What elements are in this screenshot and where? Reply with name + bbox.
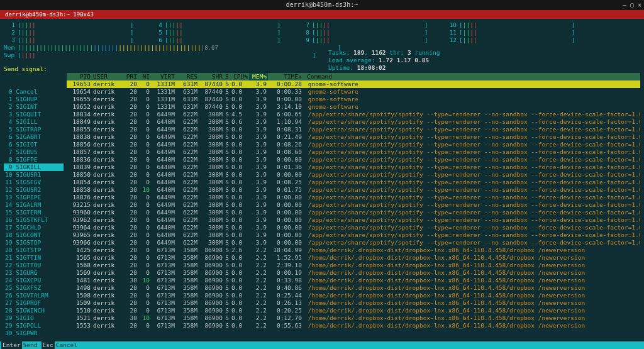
process-row[interactable]: 18836derrik2006440M622M308MS0.03.90:00.0… — [67, 156, 640, 163]
memory-meter: Mem [|||||||||||||||||||||||||||||||||||… — [4, 44, 640, 52]
cpu-meters: 1[||||]2[||||]3[||||]4[||||]5[||||]6[|||… — [4, 21, 640, 44]
window-titlebar: derrik@b450m-ds3h:~ — ▢ ✕ — [0, 0, 644, 10]
signal-sigcont[interactable]: 18 SIGCONT — [4, 231, 64, 239]
maximize-icon[interactable]: ▢ — [630, 0, 634, 10]
signal-sigfpe[interactable]: 8 SIGFPE — [4, 156, 64, 163]
swap-meter: Swp [||||] — [4, 52, 640, 59]
signal-sigterm[interactable]: 15 SIGTERM — [4, 209, 64, 216]
process-row[interactable]: 1498derrik2006713M358M86900S0.02.20:40.8… — [67, 284, 640, 292]
process-row[interactable]: 18876derrik2006449M622M308MS0.03.90:00.0… — [67, 194, 640, 201]
process-row[interactable]: 93966derrik2006449M622M308MS0.03.90:00.0… — [67, 239, 640, 247]
process-row[interactable]: 1521derrik30106713M358M86900S0.02.20:12.… — [67, 314, 640, 322]
signal-sigsegv[interactable]: 11 SIGSEGV — [4, 179, 64, 186]
signal-sigbus[interactable]: 7 SIGBUS — [4, 148, 64, 156]
signal-sigtrap[interactable]: 5 SIGTRAP — [4, 126, 64, 133]
signal-sigstop[interactable]: 19 SIGSTOP — [4, 239, 64, 247]
process-row[interactable]: 1509derrik2006713M358M86900S0.02.20:26.1… — [67, 299, 640, 307]
process-row[interactable]: 19652derrik2001331M631M87440S0.03.93:14.… — [67, 103, 640, 111]
signal-sigprof[interactable]: 27 SIGPROF — [4, 299, 64, 307]
terminal-tab[interactable]: derrik@b450m-ds3h:~ 190x43 — [0, 10, 99, 19]
process-row[interactable]: 18854derrik2006440M622M308MS0.03.90:08.2… — [67, 179, 640, 186]
process-row[interactable]: 1569derrik2006713M358M86900S0.02.20:00.1… — [67, 269, 640, 277]
process-row[interactable]: 1568derrik2006713M358M86900S0.02.22:39.1… — [67, 262, 640, 269]
key-esc[interactable]: Esc — [42, 341, 55, 349]
signal-sigint[interactable]: 2 SIGINT — [4, 103, 64, 111]
signal-sigabrt[interactable]: 6 SIGABRT — [4, 133, 64, 141]
signal-sigwinch[interactable]: 28 SIGWINCH — [4, 307, 64, 314]
process-row[interactable]: 19655derrik2001331M631M87440S0.03.90:00.… — [67, 96, 640, 103]
process-row[interactable]: 93962derrik2006449M622M308MS0.03.90:00.0… — [67, 216, 640, 224]
signal-sigurg[interactable]: 23 SIGURG — [4, 269, 64, 277]
signal-sigio[interactable]: 29 SIGIO — [4, 314, 64, 322]
cpu-meter-6: 6[||||] — [151, 36, 296, 44]
signal-sigalrm[interactable]: 14 SIGALRM — [4, 201, 64, 209]
signal-list[interactable]: 0 Cancel 1 SIGHUP 2 SIGINT 3 SIGQUIT 4 S… — [4, 88, 64, 337]
process-row[interactable]: 19654derrik2001331M631M87440S0.03.90:00.… — [67, 88, 640, 96]
signal-sigusr1[interactable]: 10 SIGUSR1 — [4, 171, 64, 179]
signal-sigiot[interactable]: 6 SIGIOT — [4, 141, 64, 148]
cpu-meter-5: 5[||||] — [151, 29, 296, 36]
cpu-meter-2: 2[||||] — [4, 29, 148, 36]
cpu-meter-11: 11[||||] — [445, 29, 590, 36]
signal-sigtstp[interactable]: 20 SIGTSTP — [4, 247, 64, 254]
signal-sigpipe[interactable]: 13 SIGPIPE — [4, 194, 64, 201]
signal-sigusr2[interactable]: 12 SIGUSR2 — [4, 186, 64, 194]
cpu-meter-8: 8[||||] — [298, 29, 443, 36]
signal-sigquit[interactable]: 3 SIGQUIT — [4, 111, 64, 118]
process-row[interactable]: 1565derrik2006713M358M86900S0.02.21:52.9… — [67, 254, 640, 262]
process-row[interactable]: 93964derrik2006440M622M308MS0.03.90:00.0… — [67, 224, 640, 231]
minimize-icon[interactable]: — — [623, 0, 626, 10]
process-table[interactable]: 19653derrik2001331M631M87440S0.03.90:00.… — [67, 80, 640, 330]
process-row[interactable]: 18856derrik2006449M622M308MS0.03.90:08.2… — [67, 141, 640, 148]
process-row[interactable]: 1508derrik2006713M358M86900S0.02.20:25.4… — [67, 292, 640, 299]
process-row[interactable]: 1510derrik2006713M358M86900S0.02.20:20.2… — [67, 307, 640, 314]
process-row[interactable]: 18838derrik2006449M622M308MS0.03.90:21.4… — [67, 133, 640, 141]
label-cancel: Cancel — [55, 341, 81, 349]
cpu-meter-1: 1[||||] — [4, 21, 148, 29]
cpu-meter-12: 12[||||] — [445, 36, 590, 44]
label-send: Send — [22, 341, 42, 349]
summary-box: Tasks: 189, 1162 thr; 3 running Load ave… — [328, 49, 440, 72]
process-row[interactable]: 18857derrik2006449M622M308MS0.03.90:08.6… — [67, 148, 640, 156]
cpu-meter-4: 4[||||] — [151, 21, 296, 29]
signal-sigttin[interactable]: 21 SIGTTIN — [4, 254, 64, 262]
footer-bar: Enter Send Esc Cancel — [0, 341, 644, 349]
process-row[interactable]: 1425derrik2006713M358M86908S2.62.218:04.… — [67, 247, 640, 254]
process-row[interactable]: 18849derrik2006440M622M308MS0.63.91:10.9… — [67, 118, 640, 126]
signal-sigvtalrm[interactable]: 26 SIGVTALRM — [4, 292, 64, 299]
cpu-meter-10: 10[||||] — [445, 21, 590, 29]
process-row[interactable]: 18858derrik30106440M622M308MS0.03.90:01.… — [67, 186, 640, 194]
process-table-header: PID USER PRI NI VIRT RES SHR S CPU% MEM%… — [67, 73, 640, 80]
signal-sigpoll[interactable]: 29 SIGPOLL — [4, 322, 64, 330]
signal-sigchld[interactable]: 17 SIGCHLD — [4, 224, 64, 231]
process-row[interactable]: 18850derrik2006440M622M308MS0.03.90:00.0… — [67, 171, 640, 179]
cpu-meter-7: 7[||||] — [298, 21, 443, 29]
process-row[interactable]: 19653derrik2001331M631M87440S0.03.90:00.… — [67, 80, 640, 88]
signal-sigxfsz[interactable]: 25 SIGXFSZ — [4, 284, 64, 292]
window-title: derrik@b450m-ds3h:~ — [286, 1, 358, 8]
signal-sigttou[interactable]: 22 SIGTTOU — [4, 262, 64, 269]
cpu-meter-3: 3[||||] — [4, 36, 148, 44]
cpu-meter-9: 9[||||] — [298, 36, 443, 44]
send-signal-prompt: Send signal: — [4, 65, 640, 73]
close-icon[interactable]: ✕ — [638, 0, 641, 10]
signal-sighup[interactable]: 1 SIGHUP — [4, 96, 64, 103]
process-row[interactable]: 18839derrik2006440M622M308MS0.03.90:01.3… — [67, 163, 640, 171]
process-row[interactable]: 18834derrik2006449M622M308MS4.53.96:00.6… — [67, 111, 640, 118]
signal-sigill[interactable]: 4 SIGILL — [4, 118, 64, 126]
process-row[interactable]: 1481derrik30106713M358M86900S0.02.20:33.… — [67, 277, 640, 284]
signal-cancel[interactable]: 0 Cancel — [4, 88, 64, 96]
signal-sigstkflt[interactable]: 16 SIGSTKFLT — [4, 216, 64, 224]
signal-sigkill[interactable]: 9 SIGKILL — [4, 163, 64, 171]
signal-sigpwr[interactable]: 30 SIGPWR — [4, 330, 64, 337]
process-row[interactable]: 18855derrik2006449M622M308MS0.03.90:08.3… — [67, 126, 640, 133]
process-row[interactable]: 1553derrik2006713M358M86900S0.02.20:55.6… — [67, 322, 640, 330]
key-enter[interactable]: Enter — [1, 341, 22, 349]
process-row[interactable]: 93215derrik2006449M622M308MS0.03.90:00.0… — [67, 201, 640, 209]
terminal-tabbar: derrik@b450m-ds3h:~ 190x43 — [0, 10, 644, 19]
signal-sigxcpu[interactable]: 24 SIGXCPU — [4, 277, 64, 284]
process-row[interactable]: 93960derrik2006449M622M308MS0.03.90:00.0… — [67, 209, 640, 216]
process-row[interactable]: 93965derrik2006440M622M308MS0.03.90:00.0… — [67, 231, 640, 239]
